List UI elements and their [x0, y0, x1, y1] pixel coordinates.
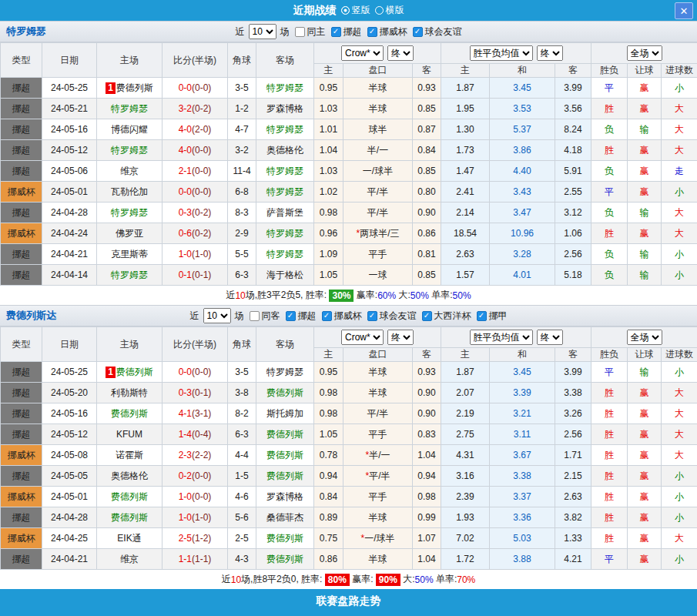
- close-icon[interactable]: ✕: [675, 2, 693, 19]
- column-header: 客场: [256, 43, 314, 78]
- same-venue-checkbox[interactable]: [250, 311, 260, 321]
- handicap-cell: 半球: [343, 383, 413, 403]
- radio-horizontal-layout[interactable]: 横版: [375, 4, 404, 17]
- home-team-name: KFUM: [116, 429, 142, 440]
- league-filter-checkbox[interactable]: ✓: [422, 311, 432, 321]
- fulltime-score: 0-0: [179, 367, 192, 377]
- result-cell: 胜: [591, 223, 628, 244]
- ah-home-odds-cell: 0.89: [314, 507, 343, 528]
- eu-home-odds-cell: 1.30: [441, 119, 490, 140]
- away-team-name: 特罗姆瑟: [266, 228, 303, 239]
- league-filter-checkbox[interactable]: ✓: [413, 27, 423, 37]
- handicap-text: 一/球半: [363, 166, 393, 176]
- league-cell: 挪超: [1, 424, 42, 445]
- table-row: 挪超24-05-12KFUM1-4(0-4)6-3费德列斯1.05平手0.832…: [1, 424, 697, 445]
- eu-home-odds-cell: 2.41: [441, 182, 490, 203]
- goals-result-cell: 大: [662, 383, 697, 403]
- table-row: 挪威杯24-04-25EIK通2-5(1-2)2-5费德列斯0.75*一/球半1…: [1, 528, 697, 549]
- halftime-score: (0-1): [192, 270, 211, 280]
- odds-company-select[interactable]: Crow*: [341, 330, 384, 345]
- ah-away-odds-cell: 0.86: [413, 223, 441, 244]
- home-team-cell: 博德闪耀: [97, 119, 163, 140]
- scope-select[interactable]: 全场: [627, 330, 662, 345]
- league-cell: 挪超: [1, 507, 42, 528]
- home-team-name: 瓦勒伦加: [111, 186, 148, 197]
- ah-home-odds-cell: 0.96: [314, 223, 343, 244]
- corner-cell: 3-5: [228, 362, 256, 383]
- handicap-cell: *两球半/三: [343, 223, 413, 244]
- euro-odds-stage-select[interactable]: 终: [537, 45, 563, 61]
- table-row: 挪威杯24-05-01费德列斯1-0(0-0)4-6罗森博格0.84平手0.98…: [1, 487, 697, 507]
- scope-select[interactable]: 全场: [627, 45, 662, 61]
- league-filter-checkbox[interactable]: ✓: [367, 27, 377, 37]
- table-row: 挪超24-04-21克里斯蒂1-0(1-0)5-5特罗姆瑟1.09平手0.812…: [1, 244, 697, 265]
- league-cell: 挪威杯: [1, 445, 42, 466]
- league-filter-checkbox[interactable]: ✓: [367, 311, 377, 321]
- result-cell: 胜: [591, 445, 628, 466]
- euro-odds-stage-select[interactable]: 终: [537, 330, 563, 345]
- goals-result-cell: 小: [662, 466, 697, 487]
- eu-away-odds-cell: 2.63: [555, 487, 591, 507]
- scope-group-header: 全场: [591, 43, 697, 64]
- fulltime-score: 4-0: [179, 145, 192, 156]
- home-team-name: 博德闪耀: [111, 124, 148, 135]
- recent-count-select[interactable]: 10: [203, 308, 231, 323]
- league-filter-checkbox[interactable]: ✓: [331, 27, 341, 37]
- matches-table: 类型日期主场比分(半场)角球客场Crow*终胜平负均值终全场主盘口客主和客胜负让…: [0, 326, 697, 570]
- league-cell: 挪威杯: [1, 182, 42, 203]
- radio-unselected-icon[interactable]: [375, 6, 384, 15]
- corner-cell: 2-9: [228, 223, 256, 244]
- home-team-cell: 费德列斯: [97, 507, 163, 528]
- fulltime-score: 3-2: [179, 103, 192, 114]
- date-cell: 24-04-24: [42, 223, 97, 244]
- handicap-cell: 平/半: [343, 182, 413, 203]
- result-cell: 负: [591, 119, 628, 140]
- ah-home-odds-cell: 1.03: [314, 161, 343, 182]
- summary-segment: 近: [222, 573, 231, 586]
- ah-home-odds-cell: 0.75: [314, 528, 343, 549]
- handicap-cell: 半球: [343, 78, 413, 99]
- handicap-result-cell: 赢: [628, 507, 662, 528]
- radio-selected-icon[interactable]: [341, 6, 350, 15]
- same-venue-checkbox[interactable]: [295, 27, 305, 37]
- handicap-result-cell: 赢: [628, 140, 662, 161]
- date-cell: 24-04-21: [42, 549, 97, 570]
- fulltime-score: 1-0: [179, 512, 192, 523]
- fulltime-score: 1-0: [179, 249, 192, 259]
- handicap-cell: 平/半: [343, 203, 413, 223]
- column-header: 类型: [1, 327, 42, 362]
- away-team-cell: 特罗姆瑟: [256, 362, 314, 383]
- ah-away-odds-cell: 0.85: [413, 99, 441, 119]
- corner-cell: 11-4: [228, 161, 256, 182]
- sub-column-header: 主: [314, 348, 343, 362]
- euro-odds-type-select[interactable]: 胜平负均值: [470, 45, 533, 61]
- league-cell: 挪超: [1, 99, 42, 119]
- section-header-1: 费德列斯达近10场同客✓挪超✓挪威杯✓球会友谊✓大西洋杯✓挪甲: [0, 305, 697, 326]
- column-header: 主场: [97, 327, 163, 362]
- odds-company-select[interactable]: Crow*: [341, 45, 384, 61]
- date-cell: 24-04-28: [42, 507, 97, 528]
- radio-vertical-layout[interactable]: 竖版: [341, 4, 370, 17]
- league-filter-checkbox[interactable]: ✓: [322, 311, 332, 321]
- odds-stage-select[interactable]: 终: [387, 45, 414, 61]
- eu-home-odds-cell: 2.07: [441, 383, 490, 403]
- sub-column-header: 客: [413, 64, 441, 78]
- home-team-name: 特罗姆瑟: [111, 207, 148, 218]
- league-filter-checkbox[interactable]: ✓: [477, 311, 487, 321]
- league-filter-checkbox[interactable]: ✓: [286, 311, 296, 321]
- halftime-score: (0-0): [192, 491, 211, 502]
- handicap-cell: 平手: [343, 424, 413, 445]
- sub-column-header: 胜负: [591, 348, 628, 362]
- goals-result-cell: 大: [662, 403, 697, 424]
- eu-home-odds-cell: 2.39: [441, 487, 490, 507]
- result-cell: 负: [591, 161, 628, 182]
- handicap-text: 半球: [369, 387, 387, 398]
- away-team-name: 费德列斯: [266, 387, 303, 398]
- odds-stage-select[interactable]: 终: [387, 330, 414, 345]
- fulltime-score: 0-6: [179, 228, 192, 239]
- handicap-text: 球半: [369, 124, 387, 135]
- recent-count-select[interactable]: 10: [249, 24, 276, 39]
- home-team-cell: 1费德列斯: [97, 362, 163, 383]
- euro-odds-type-select[interactable]: 胜平负均值: [470, 330, 533, 345]
- goals-result-cell: 小: [662, 549, 697, 570]
